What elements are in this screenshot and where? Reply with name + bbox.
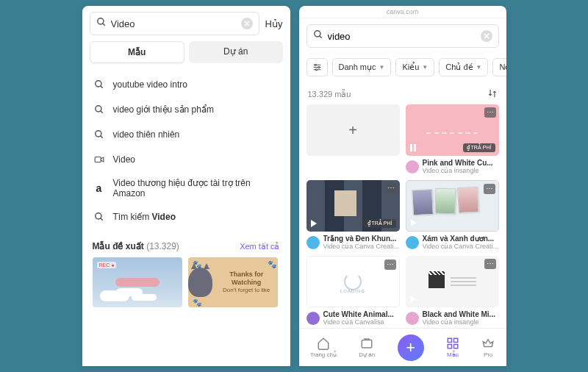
nav-projects[interactable]: Dự án xyxy=(359,337,375,358)
clear-icon[interactable] xyxy=(241,18,253,29)
suggestion-text: Tìm kiếm Video xyxy=(113,212,176,222)
search-tabs: Mẫu Dự án xyxy=(82,41,290,69)
card-author: Video của Canva Creati... xyxy=(423,243,498,250)
svg-point-20 xyxy=(315,64,316,65)
more-icon[interactable]: ⋯ xyxy=(484,184,495,194)
svg-point-21 xyxy=(318,66,319,68)
svg-point-6 xyxy=(95,106,101,112)
card-title: Xám và Xanh dươn... xyxy=(423,235,498,243)
filter-style[interactable]: Kiểu▼ xyxy=(395,58,434,76)
template-thumbnail[interactable]: LOADING⋯ xyxy=(306,256,400,307)
url-bar: canva.com xyxy=(299,6,506,18)
avatar xyxy=(406,312,419,325)
card-author: Video của insangle xyxy=(423,167,493,174)
filter-topic[interactable]: Chủ đề▼ xyxy=(439,58,488,76)
search-input[interactable] xyxy=(111,18,237,29)
play-icon xyxy=(312,295,318,302)
card-author: Video của Canvalisa xyxy=(323,318,394,326)
more-icon[interactable]: ⋯ xyxy=(484,259,496,269)
clear-icon[interactable] xyxy=(481,30,492,42)
template-thumbnail[interactable] xyxy=(93,257,182,307)
play-icon xyxy=(311,220,317,227)
template-card: ⋯Black and White Mi...Video của insangle xyxy=(406,256,499,327)
suggestion-item[interactable]: Video xyxy=(82,147,290,172)
create-blank[interactable]: + xyxy=(306,104,400,156)
svg-rect-23 xyxy=(362,340,373,348)
filter-bar: Danh mục▼ Kiểu▼ Chủ đề▼ Nổi xyxy=(299,54,506,81)
avatar xyxy=(306,312,320,325)
tab-projects[interactable]: Dự án xyxy=(189,41,283,63)
card-title: Cute White Animal... xyxy=(323,310,394,318)
template-thumbnail[interactable]: 🐾 🐾 🐾 Thanks for WatchingDon't forget to… xyxy=(188,257,278,307)
tab-templates[interactable]: Mẫu xyxy=(90,41,185,63)
template-thumbnail[interactable]: ⋯₫ TRẢ PHÍ xyxy=(406,104,499,156)
amazon-icon: a xyxy=(93,182,106,195)
nav-pro[interactable]: Pro xyxy=(481,337,495,358)
sort-icon[interactable] xyxy=(487,88,498,100)
suggestion-text: video giới thiệu sản phẩm xyxy=(113,104,214,115)
cancel-button[interactable]: Hủy xyxy=(265,18,283,29)
nav-home[interactable]: Trang chủ xyxy=(310,337,337,358)
template-thumbnail[interactable]: ⋯ xyxy=(406,256,499,307)
svg-rect-27 xyxy=(453,345,457,348)
card-title: Pink and White Cu... xyxy=(423,159,493,167)
card-author: Video của Canva Creati... xyxy=(323,243,399,250)
filter-category[interactable]: Danh mục▼ xyxy=(332,58,392,76)
svg-rect-10 xyxy=(95,157,101,162)
search-box[interactable] xyxy=(306,24,499,48)
svg-line-9 xyxy=(100,136,102,138)
pause-icon xyxy=(410,144,416,151)
suggestion-text: youtube video intro xyxy=(113,79,187,90)
suggestion-text: Video xyxy=(113,154,135,165)
svg-point-0 xyxy=(97,18,103,24)
see-all-link[interactable]: Xem tất cả xyxy=(240,242,279,251)
video-icon xyxy=(93,153,106,166)
suggestion-text: Video thương hiệu được tài trợ trên Amaz… xyxy=(113,178,280,198)
suggestion-item[interactable]: video giới thiệu sản phẩm xyxy=(82,97,290,122)
svg-point-22 xyxy=(315,69,317,71)
search-icon xyxy=(93,210,106,223)
template-card: ⋯₫ TRẢ PHÍTrắng và Đen Khun...Video của … xyxy=(306,180,400,251)
nav-create[interactable]: + xyxy=(398,335,424,361)
nav-templates[interactable]: Mẫu xyxy=(446,337,459,358)
paid-badge: ₫ TRẢ PHÍ xyxy=(463,143,495,152)
suggestion-item[interactable]: youtube video intro xyxy=(82,72,290,97)
search-box[interactable] xyxy=(90,12,259,35)
card-author: Video của insangle xyxy=(423,318,495,326)
avatar xyxy=(406,236,419,249)
svg-point-8 xyxy=(95,131,101,137)
svg-line-7 xyxy=(100,111,102,113)
avatar xyxy=(306,236,320,249)
svg-point-13 xyxy=(314,31,320,37)
filter-more[interactable]: Nổi xyxy=(492,58,506,76)
svg-point-4 xyxy=(95,81,101,87)
search-icon xyxy=(93,128,106,141)
search-icon xyxy=(93,78,106,91)
suggestion-item[interactable]: aVideo thương hiệu được tài trợ trên Ama… xyxy=(82,172,290,204)
search-input[interactable] xyxy=(328,31,476,42)
filter-settings-icon[interactable] xyxy=(306,58,328,76)
more-icon[interactable]: ⋯ xyxy=(484,107,496,118)
section-title: Mẫu đề xuất (13.329) xyxy=(93,241,179,251)
template-card: ⋯Xám và Xanh dươn...Video của Canva Crea… xyxy=(406,180,499,251)
search-icon xyxy=(313,29,323,43)
suggestion-text: video thiên nhiên xyxy=(113,129,180,140)
svg-point-11 xyxy=(95,213,101,219)
svg-line-14 xyxy=(319,36,321,38)
svg-rect-24 xyxy=(448,338,451,342)
more-icon[interactable]: ⋯ xyxy=(384,260,396,270)
template-card: ⋯₫ TRẢ PHÍPink and White Cu...Video của … xyxy=(406,104,499,176)
card-title: Black and White Mi... xyxy=(423,310,495,318)
template-card: LOADING⋯Cute White Animal...Video của Ca… xyxy=(306,256,400,327)
template-thumbnail[interactable]: ⋯ xyxy=(406,180,499,232)
suggestion-item[interactable]: Tìm kiếm Video xyxy=(82,204,290,229)
search-icon xyxy=(96,17,107,30)
more-icon[interactable]: ⋯ xyxy=(385,183,397,193)
suggestion-item[interactable]: video thiên nhiên xyxy=(82,122,290,147)
template-thumbnail[interactable]: ⋯₫ TRẢ PHÍ xyxy=(306,180,400,232)
search-icon xyxy=(93,103,106,116)
search-overlay-panel: Hủy Mẫu Dự án youtube video introvideo g… xyxy=(82,6,290,366)
results-count: 13.329 mẫu xyxy=(308,90,351,99)
svg-line-1 xyxy=(102,24,104,26)
play-icon xyxy=(410,296,416,303)
